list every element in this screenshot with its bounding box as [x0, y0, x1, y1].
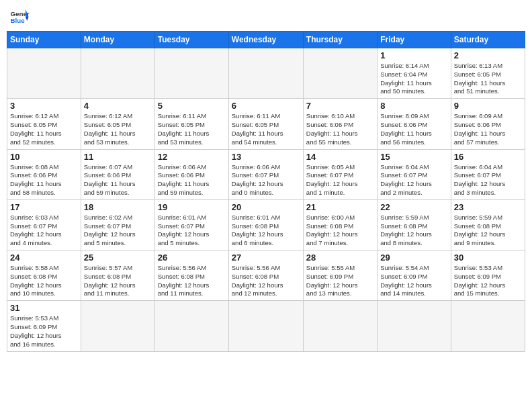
day-number: 18	[84, 202, 152, 212]
weekday-header-tuesday: Tuesday	[154, 32, 228, 48]
cell-info: Sunrise: 6:00 AM Sunset: 6:08 PM Dayligh…	[306, 214, 374, 248]
calendar-cell: 7Sunrise: 6:10 AM Sunset: 6:06 PM Daylig…	[303, 99, 377, 149]
calendar-cell: 14Sunrise: 6:05 AM Sunset: 6:07 PM Dayli…	[303, 149, 377, 199]
cell-info: Sunrise: 6:06 AM Sunset: 6:07 PM Dayligh…	[232, 163, 300, 197]
day-number: 10	[10, 152, 78, 162]
cell-info: Sunrise: 5:59 AM Sunset: 6:08 PM Dayligh…	[454, 214, 522, 248]
calendar-week-row: 1Sunrise: 6:14 AM Sunset: 6:04 PM Daylig…	[7, 48, 525, 99]
calendar-cell: 16Sunrise: 6:04 AM Sunset: 6:07 PM Dayli…	[451, 149, 525, 199]
weekday-header-row: SundayMondayTuesdayWednesdayThursdayFrid…	[7, 32, 525, 48]
day-number: 2	[454, 50, 522, 60]
calendar-cell	[7, 48, 81, 99]
calendar-cell: 23Sunrise: 5:59 AM Sunset: 6:08 PM Dayli…	[451, 199, 525, 250]
day-number: 30	[454, 253, 522, 263]
svg-text:Blue: Blue	[11, 17, 26, 24]
day-number: 15	[380, 152, 447, 162]
calendar-table: SundayMondayTuesdayWednesdayThursdayFrid…	[7, 31, 525, 352]
cell-info: Sunrise: 5:53 AM Sunset: 6:09 PM Dayligh…	[454, 264, 522, 298]
calendar-cell: 4Sunrise: 6:12 AM Sunset: 6:05 PM Daylig…	[81, 99, 154, 149]
cell-info: Sunrise: 6:09 AM Sunset: 6:06 PM Dayligh…	[380, 112, 447, 146]
cell-info: Sunrise: 5:57 AM Sunset: 6:08 PM Dayligh…	[84, 264, 152, 298]
cell-info: Sunrise: 6:05 AM Sunset: 6:07 PM Dayligh…	[306, 163, 374, 197]
calendar-cell: 11Sunrise: 6:07 AM Sunset: 6:06 PM Dayli…	[81, 149, 154, 199]
cell-info: Sunrise: 6:14 AM Sunset: 6:04 PM Dayligh…	[380, 62, 447, 96]
day-number: 6	[232, 101, 300, 111]
cell-info: Sunrise: 6:01 AM Sunset: 6:07 PM Dayligh…	[158, 214, 226, 248]
cell-info: Sunrise: 6:09 AM Sunset: 6:06 PM Dayligh…	[454, 112, 522, 146]
calendar-cell: 27Sunrise: 5:56 AM Sunset: 6:08 PM Dayli…	[228, 250, 303, 301]
calendar-cell: 20Sunrise: 6:01 AM Sunset: 6:08 PM Dayli…	[228, 199, 303, 250]
calendar-cell	[81, 48, 154, 99]
calendar-cell: 31Sunrise: 5:53 AM Sunset: 6:09 PM Dayli…	[7, 301, 81, 351]
cell-info: Sunrise: 6:07 AM Sunset: 6:06 PM Dayligh…	[84, 163, 152, 197]
calendar-week-row: 31Sunrise: 5:53 AM Sunset: 6:09 PM Dayli…	[7, 301, 525, 351]
day-number: 22	[380, 202, 447, 212]
day-number: 20	[232, 202, 300, 212]
day-number: 29	[380, 253, 447, 263]
day-number: 12	[158, 152, 226, 162]
cell-info: Sunrise: 6:03 AM Sunset: 6:07 PM Dayligh…	[10, 214, 78, 248]
calendar-cell	[81, 301, 154, 351]
calendar-cell: 8Sunrise: 6:09 AM Sunset: 6:06 PM Daylig…	[378, 99, 451, 149]
cell-info: Sunrise: 5:59 AM Sunset: 6:08 PM Dayligh…	[380, 214, 447, 248]
header: General Blue	[7, 7, 525, 27]
calendar-week-row: 10Sunrise: 6:08 AM Sunset: 6:06 PM Dayli…	[7, 149, 525, 199]
cell-info: Sunrise: 6:02 AM Sunset: 6:07 PM Dayligh…	[84, 214, 152, 248]
day-number: 28	[306, 253, 374, 263]
cell-info: Sunrise: 5:53 AM Sunset: 6:09 PM Dayligh…	[10, 314, 78, 349]
calendar-cell: 19Sunrise: 6:01 AM Sunset: 6:07 PM Dayli…	[154, 199, 228, 250]
calendar-cell: 5Sunrise: 6:11 AM Sunset: 6:05 PM Daylig…	[154, 99, 228, 149]
cell-info: Sunrise: 6:01 AM Sunset: 6:08 PM Dayligh…	[232, 214, 300, 248]
day-number: 24	[10, 253, 78, 263]
calendar-cell	[154, 48, 228, 99]
cell-info: Sunrise: 6:04 AM Sunset: 6:07 PM Dayligh…	[454, 163, 522, 197]
weekday-header-sunday: Sunday	[7, 32, 81, 48]
calendar-cell	[154, 301, 228, 351]
logo-icon: General Blue	[9, 7, 30, 27]
weekday-header-friday: Friday	[378, 32, 451, 48]
calendar-cell: 1Sunrise: 6:14 AM Sunset: 6:04 PM Daylig…	[378, 48, 451, 99]
calendar-week-row: 24Sunrise: 5:58 AM Sunset: 6:08 PM Dayli…	[7, 250, 525, 301]
day-number: 5	[158, 101, 226, 111]
cell-info: Sunrise: 6:13 AM Sunset: 6:05 PM Dayligh…	[454, 62, 522, 96]
calendar-cell: 3Sunrise: 6:12 AM Sunset: 6:05 PM Daylig…	[7, 99, 81, 149]
cell-info: Sunrise: 5:55 AM Sunset: 6:09 PM Dayligh…	[306, 264, 374, 298]
day-number: 8	[380, 101, 447, 111]
cell-info: Sunrise: 6:12 AM Sunset: 6:05 PM Dayligh…	[84, 112, 152, 146]
calendar-cell: 22Sunrise: 5:59 AM Sunset: 6:08 PM Dayli…	[378, 199, 451, 250]
day-number: 27	[232, 253, 300, 263]
cell-info: Sunrise: 5:56 AM Sunset: 6:08 PM Dayligh…	[158, 264, 226, 298]
day-number: 25	[84, 253, 152, 263]
calendar-cell: 26Sunrise: 5:56 AM Sunset: 6:08 PM Dayli…	[154, 250, 228, 301]
day-number: 17	[10, 202, 78, 212]
calendar-cell	[451, 301, 525, 351]
weekday-header-saturday: Saturday	[451, 32, 525, 48]
day-number: 26	[158, 253, 226, 263]
cell-info: Sunrise: 5:58 AM Sunset: 6:08 PM Dayligh…	[10, 264, 78, 298]
day-number: 31	[10, 303, 78, 313]
calendar-cell	[303, 48, 377, 99]
day-number: 21	[306, 202, 374, 212]
calendar-week-row: 3Sunrise: 6:12 AM Sunset: 6:05 PM Daylig…	[7, 99, 525, 149]
calendar-cell: 24Sunrise: 5:58 AM Sunset: 6:08 PM Dayli…	[7, 250, 81, 301]
calendar-cell	[378, 301, 451, 351]
weekday-header-wednesday: Wednesday	[228, 32, 303, 48]
cell-info: Sunrise: 6:11 AM Sunset: 6:05 PM Dayligh…	[232, 112, 300, 146]
calendar-cell	[228, 301, 303, 351]
day-number: 3	[10, 101, 78, 111]
calendar-cell: 10Sunrise: 6:08 AM Sunset: 6:06 PM Dayli…	[7, 149, 81, 199]
day-number: 23	[454, 202, 522, 212]
calendar-cell: 15Sunrise: 6:04 AM Sunset: 6:07 PM Dayli…	[378, 149, 451, 199]
cell-info: Sunrise: 5:54 AM Sunset: 6:09 PM Dayligh…	[380, 264, 447, 298]
day-number: 16	[454, 152, 522, 162]
logo: General Blue	[9, 7, 30, 27]
cell-info: Sunrise: 6:06 AM Sunset: 6:06 PM Dayligh…	[158, 163, 226, 197]
calendar-week-row: 17Sunrise: 6:03 AM Sunset: 6:07 PM Dayli…	[7, 199, 525, 250]
calendar-cell: 12Sunrise: 6:06 AM Sunset: 6:06 PM Dayli…	[154, 149, 228, 199]
svg-marker-3	[26, 17, 29, 21]
calendar-cell	[228, 48, 303, 99]
calendar-cell: 2Sunrise: 6:13 AM Sunset: 6:05 PM Daylig…	[451, 48, 525, 99]
calendar-cell: 21Sunrise: 6:00 AM Sunset: 6:08 PM Dayli…	[303, 199, 377, 250]
day-number: 19	[158, 202, 226, 212]
weekday-header-thursday: Thursday	[303, 32, 377, 48]
